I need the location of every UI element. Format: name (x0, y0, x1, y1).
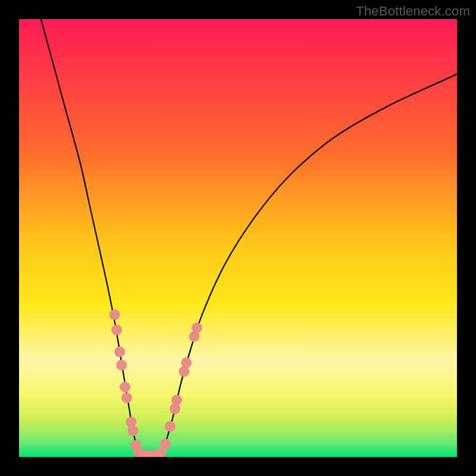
data-point-marker (160, 439, 171, 449)
data-point-marker (114, 346, 125, 357)
data-point-marker (192, 322, 202, 333)
data-point-marker (120, 381, 130, 392)
chart-svg (19, 19, 457, 457)
chart-background (19, 19, 457, 457)
data-point-marker (116, 359, 127, 370)
watermark-text: TheBottleneck.com (356, 4, 470, 19)
data-point-marker (127, 425, 138, 436)
data-point-marker (121, 393, 132, 403)
data-point-marker (109, 309, 120, 320)
data-point-marker (111, 325, 122, 336)
data-point-marker (171, 394, 182, 405)
data-point-marker (181, 358, 192, 368)
data-point-marker (165, 421, 176, 431)
chart-plot-area (19, 19, 457, 457)
